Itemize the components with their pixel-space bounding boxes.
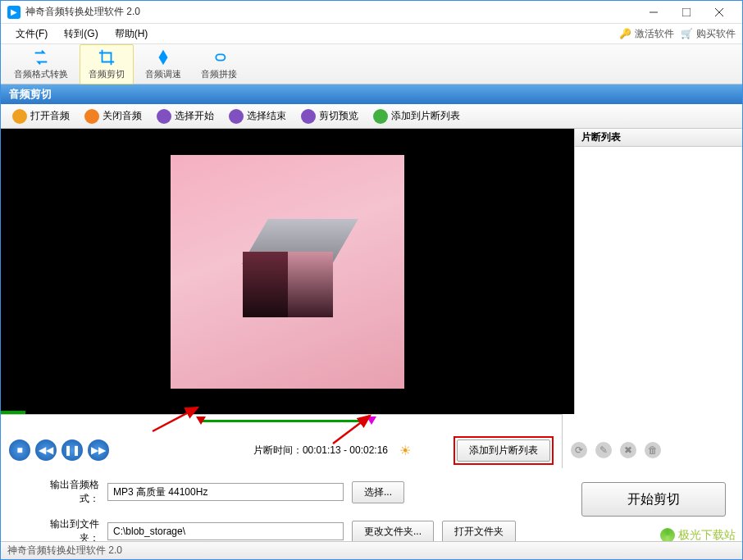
output-format-label: 输出音频格式： (34, 478, 99, 506)
close-circle-icon (84, 109, 99, 124)
segment-list[interactable] (575, 147, 742, 414)
tool-convert[interactable]: 音频格式转换 (6, 45, 76, 84)
statusbar: 神奇音频转换处理软件 2.0 (1, 541, 742, 559)
change-folder-button[interactable]: 更改文件夹... (352, 521, 434, 543)
titlebar: ▶ 神奇音频转换处理软件 2.0 (1, 1, 742, 24)
svg-rect-1 (682, 8, 691, 16)
add-to-list-highlight: 添加到片断列表 (454, 436, 554, 465)
rewind-button[interactable]: ◀◀ (35, 439, 57, 461)
plus-circle-icon (373, 109, 388, 124)
tool-trim[interactable]: 音频剪切 (80, 44, 134, 84)
output-folder-field[interactable] (107, 522, 344, 540)
close-audio-button[interactable]: 关闭音频 (78, 107, 148, 126)
crop-icon (98, 48, 116, 66)
main-toolbar: 音频格式转换 音频剪切 音频调速 音频拼接 (1, 43, 742, 84)
menu-file[interactable]: 文件(F) (7, 25, 56, 43)
menu-goto[interactable]: 转到(G) (56, 25, 106, 43)
segment-panel: 片断列表 (574, 129, 742, 414)
rocket-icon (154, 48, 172, 66)
maximize-button[interactable] (670, 1, 703, 24)
add-to-list-button[interactable]: 添加到片断列表 (457, 439, 550, 462)
link-icon (210, 48, 228, 66)
album-art (171, 155, 404, 389)
open-folder-button[interactable]: 打开文件夹 (442, 521, 516, 543)
main-area: 片断列表 (1, 129, 742, 414)
folder-open-icon (12, 109, 27, 124)
output-form: 输出音频格式： 选择... 输出到文件夹： 更改文件夹... 打开文件夹 (1, 468, 562, 552)
tool-join[interactable]: 音频拼接 (193, 45, 245, 84)
pause-button[interactable]: ❚❚ (62, 439, 83, 461)
activate-link[interactable]: 🔑 激活软件 (619, 27, 674, 41)
menubar: 文件(F) 转到(G) 帮助(H) 🔑 激活软件 🛒 购买软件 (1, 24, 742, 43)
tool-speed[interactable]: 音频调速 (137, 45, 189, 84)
minimize-button[interactable] (637, 1, 670, 24)
open-audio-button[interactable]: 打开音频 (6, 107, 76, 126)
status-text: 神奇音频转换处理软件 2.0 (7, 544, 122, 558)
stop-button[interactable]: ■ (9, 439, 30, 461)
delete-icon[interactable]: ✖ (620, 442, 636, 458)
forward-button[interactable]: ▶▶ (88, 439, 109, 461)
section-header: 音频剪切 (1, 84, 742, 104)
gear-icon[interactable]: ☀ (399, 443, 411, 458)
close-button[interactable] (703, 1, 736, 24)
preview-button[interactable]: 剪切预览 (294, 107, 365, 126)
menu-help[interactable]: 帮助(H) (107, 25, 157, 43)
output-format-field[interactable] (107, 483, 344, 501)
trash-icon[interactable]: 🗑 (645, 442, 661, 458)
playback-controls: ■ ◀◀ ❚❚ ▶▶ 片断时间：00:01:13 - 00:02:16 ☀ 添加… (1, 432, 562, 468)
add-segment-button[interactable]: 添加到片断列表 (367, 107, 467, 126)
segment-actions: ⟳ ✎ ✖ 🗑 (562, 432, 742, 468)
convert-icon (32, 48, 50, 66)
start-marker[interactable] (196, 417, 206, 425)
preview-area (1, 129, 574, 414)
play-circle-icon (301, 109, 316, 124)
sub-toolbar: 打开音频 关闭音频 选择开始 选择结束 剪切预览 添加到片断列表 (1, 104, 742, 129)
bracket-right-icon (229, 109, 244, 124)
segment-time: 片断时间：00:01:13 - 00:02:16 (253, 444, 388, 458)
bracket-left-icon (157, 109, 171, 124)
key-icon: 🔑 (619, 28, 631, 39)
edit-icon[interactable]: ✎ (595, 442, 612, 458)
select-format-button[interactable]: 选择... (352, 481, 404, 503)
refresh-icon[interactable]: ⟳ (571, 442, 587, 458)
timeline-selection (202, 420, 366, 422)
window-title: 神奇音频转换处理软件 2.0 (25, 5, 637, 19)
cart-icon: 🛒 (681, 28, 693, 39)
select-end-button[interactable]: 选择结束 (222, 107, 293, 126)
select-start-button[interactable]: 选择开始 (150, 107, 221, 126)
end-marker[interactable] (367, 417, 376, 425)
start-trim-button[interactable]: 开始剪切 (581, 482, 726, 517)
segment-panel-header: 片断列表 (575, 129, 742, 147)
app-logo-icon: ▶ (7, 6, 21, 19)
buy-link[interactable]: 🛒 购买软件 (681, 27, 736, 41)
timeline[interactable] (1, 414, 562, 432)
